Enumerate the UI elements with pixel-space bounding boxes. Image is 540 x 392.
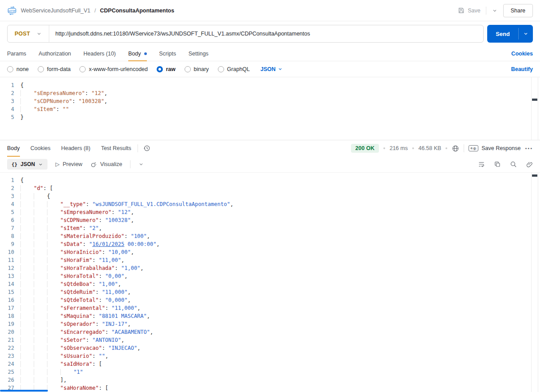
tab-scripts[interactable]: Scripts [159,46,176,61]
line-number: 26 [0,376,20,384]
method-selector[interactable]: POST [8,25,49,42]
response-tab-test-results[interactable]: Test Results [101,140,131,156]
code-token: "sOperador" [60,321,95,327]
line-content: "d": [ [20,184,53,192]
code-token: : [86,201,92,207]
wrap-text-icon[interactable] [478,161,485,168]
search-icon[interactable] [510,161,517,168]
tab-headers-10[interactable]: Headers (10) [83,46,116,61]
request-editor-scrollbar[interactable] [531,77,538,140]
indent-guide [20,329,34,335]
code-line: 18 "sMaquina": "88101 MASCARA", [0,312,540,320]
line-content: "sEmpresaNumero": "12", [20,208,134,216]
code-token: : [99,297,105,303]
response-tab-headers-8[interactable]: Headers (8) [61,140,91,156]
code-token: , [104,90,107,96]
body-mode-raw[interactable]: raw [157,66,176,72]
scrollbar-thumb[interactable] [532,99,537,101]
code-token: "__type" [60,201,86,207]
line-number: 6 [0,216,20,224]
history-icon[interactable] [143,145,150,152]
radio-circle [7,66,13,72]
code-line: 20 "sEncarregado": "ACABAMENTO", [0,328,540,336]
line-number: 3 [0,97,20,105]
line-number: 11 [0,256,20,264]
code-token: : [92,313,99,319]
response-time[interactable]: 216 ms [390,145,408,151]
tab-params[interactable]: Params [7,46,26,61]
radio-circle [38,66,44,72]
body-mode-binary[interactable]: binary [185,66,209,72]
body-mode-form-data[interactable]: form-data [38,66,71,72]
breadcrumb-collection[interactable]: WebServiceJundsoftFull_V1 [21,8,91,14]
body-mode-x-www-form-urlencoded[interactable]: x-www-form-urlencoded [79,66,148,72]
tab-settings[interactable]: Settings [189,46,209,61]
scrollbar-thumb[interactable] [532,174,537,177]
code-token: } [20,114,24,120]
code-token: , [131,217,134,223]
beautify-link[interactable]: Beautify [511,66,533,72]
share-button[interactable]: Share [503,4,533,17]
line-content: "sQtdeBoa": "1,00", [20,280,121,288]
code-token: : [111,209,118,215]
indent-guide [47,265,60,271]
response-tab-cookies[interactable]: Cookies [31,140,51,156]
line-content: "sCDPNumero": "100328", [20,97,107,105]
response-format-selector[interactable]: {} JSON [7,159,47,170]
response-editor-scrollbar[interactable] [531,173,538,392]
visualize-button[interactable]: Visualize [91,161,122,168]
body-mode-none[interactable]: none [7,66,29,72]
link-token[interactable]: 16/01/2025 [92,241,124,247]
save-button[interactable]: Save [455,5,483,16]
code-token: , [121,337,124,343]
response-size[interactable]: 46.58 KB [418,145,441,151]
tab-body[interactable]: Body [128,46,147,61]
save-options-button[interactable] [489,6,501,16]
line-number: 23 [0,352,20,360]
response-tab-body[interactable]: Body [7,140,20,156]
response-body-editor[interactable]: 1{2 "d": [3 {4 "__type": "wsJUNDSOFT_FUL… [0,173,540,392]
code-line: 6 "sCDPNumero": "100328", [0,216,540,224]
line-content: "sFerramental": "11,000", [20,304,140,312]
status-badge[interactable]: 200 OK [351,144,379,153]
breadcrumb-request-name[interactable]: CDPConsultaApontamentos [100,8,174,14]
copy-icon[interactable] [494,161,501,168]
send-button-group: Send [487,25,533,43]
more-options-icon[interactable]: ••• [525,146,533,151]
code-token: , [230,201,233,207]
indent-guide [47,257,60,263]
line-content: "sHoraTrabalhada": "1,00", [20,264,144,272]
radio-label: raw [166,66,176,72]
indent-guide [34,337,47,343]
send-button[interactable]: Send [487,25,518,43]
tab-authorization[interactable]: Authorization [39,46,71,61]
body-mode-graphql[interactable]: GraphQL [218,66,250,72]
code-token: , [137,345,140,351]
network-globe-icon[interactable] [452,145,459,152]
language-label: JSON [260,66,276,72]
line-content: "sQtdeRuim": "11,000", [20,288,131,296]
chevron-down-icon [523,31,528,36]
save-response-button[interactable]: e.g. Save Response [469,145,520,151]
link-icon[interactable] [526,161,533,168]
indent-guide [47,241,60,247]
horizontal-scrollbar-thumb[interactable] [0,390,48,392]
preview-button[interactable]: ▷ Preview [55,161,83,167]
indent-guide [20,377,34,383]
indent-guide [60,369,74,375]
url-input[interactable]: http://jundsoft.ddns.net:10180/WService7… [55,31,310,37]
send-options-button[interactable] [519,25,533,43]
code-line: 26 ], [0,376,540,384]
code-token: "sUsuario" [60,353,92,359]
cookies-link[interactable]: Cookies [511,46,533,61]
code-line: 3 "sCDPNumero": "100328", [0,97,540,105]
line-number: 5 [0,113,20,121]
code-token: : [72,98,79,104]
code-token: "0,00" [105,273,124,279]
play-outline-icon: ▷ [55,161,59,167]
code-token: "88101 MASCARA" [99,313,146,319]
chevron-down-icon[interactable] [138,162,144,167]
code-token: 00:00:00" [124,241,156,247]
request-body-editor[interactable]: 1{2 "sEmpresaNumero": "12",3 "sCDPNumero… [0,77,540,140]
language-selector[interactable]: JSON [260,66,283,72]
